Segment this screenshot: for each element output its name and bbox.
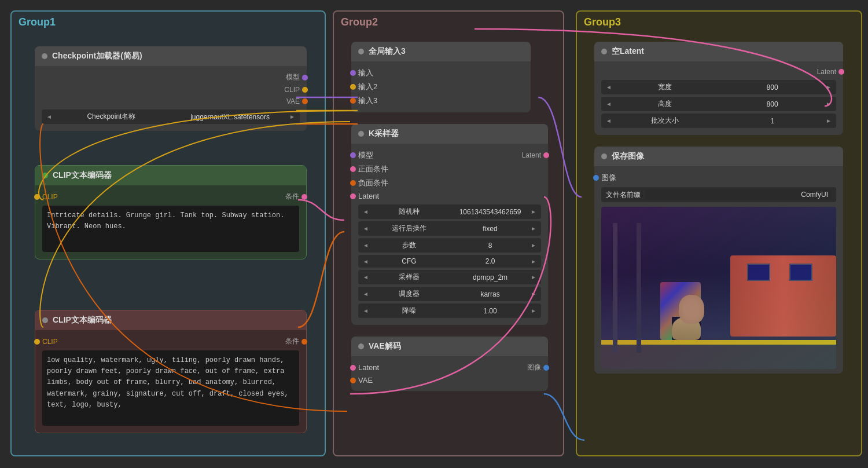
global-input-node: 全局输入3 输入 输入2 输入3 <box>351 42 531 112</box>
global-input3-label: 输入3 <box>358 96 377 106</box>
empty-latent-width-next[interactable]: ► <box>826 84 832 90</box>
ksampler-scheduler-row[interactable]: ◄ 调度器 karras ► <box>358 287 541 301</box>
ksampler-neg-port[interactable] <box>350 180 356 186</box>
ksampler-cfg-prev[interactable]: ◄ <box>363 258 369 265</box>
checkpoint-vae-port[interactable] <box>302 98 308 104</box>
empty-latent-batch-prev[interactable]: ◄ <box>606 118 612 124</box>
clip-negative-output-port[interactable] <box>301 339 307 345</box>
ksampler-denoise-value: 1.00 <box>450 307 531 315</box>
clip-negative-clip-label: CLIP <box>42 338 58 346</box>
save-image-node: 保存图像 图像 文件名前缀 ComfyUI <box>594 147 843 374</box>
global-input-status-dot <box>358 49 364 54</box>
ksampler-steps-label: 步数 <box>369 240 450 250</box>
ksampler-seed-value: 1061343543462659 <box>450 208 531 216</box>
ksampler-scheduler-label: 调度器 <box>369 289 450 299</box>
ksampler-denoise-after-row[interactable]: ◄ 运行后操作 fixed ► <box>358 221 541 236</box>
empty-latent-latent-label: Latent <box>817 68 836 76</box>
vae-decode-latent-port[interactable] <box>350 365 356 371</box>
empty-latent-batch-row[interactable]: ◄ 批次大小 1 ► <box>601 114 836 128</box>
vae-decode-status-dot <box>358 343 364 349</box>
ksampler-steps-prev[interactable]: ◄ <box>363 242 369 248</box>
empty-latent-width-row[interactable]: ◄ 宽度 800 ► <box>601 80 836 94</box>
checkpoint-body: 模型 CLIP VAE ◄ Checkpoint名称 juggernautXL.… <box>35 66 307 131</box>
clip-positive-body: CLIP 条件 Intricate details. Grunge girl. … <box>35 185 306 259</box>
clip-negative-text[interactable]: low quality, watermark, ugly, tiling, po… <box>42 350 299 426</box>
clip-negative-body: CLIP 条件 low quality, watermark, ugly, ti… <box>35 330 306 433</box>
ksampler-steps-row[interactable]: ◄ 步数 8 ► <box>358 238 541 253</box>
ksampler-seed-prev[interactable]: ◄ <box>363 209 369 215</box>
ksampler-denoise-prev[interactable]: ◄ <box>363 308 369 314</box>
ksampler-scheduler-next[interactable]: ► <box>531 291 536 297</box>
checkpoint-model-port[interactable] <box>302 75 308 81</box>
clip-positive-text[interactable]: Intricate details. Grunge girl. Tank top… <box>42 206 299 252</box>
global-input1-port[interactable] <box>350 70 356 76</box>
ksampler-latent-out-label: Latent <box>522 151 541 159</box>
save-image-input-row: 图像 <box>601 171 836 185</box>
empty-latent-height-next[interactable]: ► <box>826 101 832 107</box>
clip-positive-clip-label: CLIP <box>42 193 58 201</box>
checkpoint-clip-right: CLIP <box>284 86 300 94</box>
clip-negative-node: CLIP文本编码器 CLIP 条件 low quality, watermark… <box>35 310 307 433</box>
empty-latent-height-row[interactable]: ◄ 高度 800 ► <box>601 97 836 111</box>
ksampler-latent-out-port[interactable] <box>543 152 549 158</box>
ksampler-seed-row[interactable]: ◄ 随机种 1061343543462659 ► <box>358 204 541 219</box>
ksampler-denoise-row[interactable]: ◄ 降噪 1.00 ► <box>358 304 541 318</box>
girl-head <box>679 295 704 324</box>
clip-positive-header: CLIP文本编码器 <box>35 166 306 185</box>
ksampler-steps-next[interactable]: ► <box>531 242 536 248</box>
global-input1-label: 输入 <box>358 68 373 78</box>
ksampler-latent-in-port[interactable] <box>350 193 356 199</box>
empty-latent-out-port[interactable] <box>838 69 844 75</box>
empty-latent-right: Latent <box>601 66 836 78</box>
ksampler-body: 模型 Latent 正面条件 负面条件 Latent <box>351 144 548 325</box>
ksampler-pos-label: 正面条件 <box>358 164 388 174</box>
empty-latent-batch-next[interactable]: ► <box>826 118 832 124</box>
global-input2-port[interactable] <box>350 84 356 90</box>
ksampler-model-port[interactable] <box>350 152 356 158</box>
clip-negative-header: CLIP文本编码器 <box>35 310 306 330</box>
clip-positive-input-port[interactable] <box>34 194 40 200</box>
checkpoint-node: Checkpoint加载器(简易) 模型 CLIP VAE <box>35 46 307 131</box>
global-input-header: 全局输入3 <box>351 42 531 61</box>
clip-negative-input-port[interactable] <box>34 339 40 345</box>
empty-latent-node: 空Latent Latent ◄ 宽度 800 ► ◄ 高度 800 ► <box>594 42 843 135</box>
vae-decode-node: VAE解码 Latent 图像 VAE <box>351 337 548 391</box>
checkpoint-next-arrow[interactable]: ► <box>289 114 295 120</box>
ksampler-scheduler-prev[interactable]: ◄ <box>363 291 369 297</box>
empty-latent-width-prev[interactable]: ◄ <box>606 84 612 90</box>
checkpoint-clip-port[interactable] <box>302 87 308 93</box>
ksampler-sampler-row[interactable]: ◄ 采样器 dpmpp_2m ► <box>358 270 541 284</box>
checkpoint-prev-arrow[interactable]: ◄ <box>46 114 52 120</box>
ksampler-cfg-row[interactable]: ◄ CFG 2.0 ► <box>358 255 541 268</box>
clip-positive-output-port[interactable] <box>301 194 307 200</box>
ksampler-status-dot <box>358 131 364 137</box>
ksampler-latent-in-row: Latent <box>358 190 541 202</box>
empty-latent-title: 空Latent <box>612 46 644 57</box>
global-input-title: 全局输入3 <box>369 46 406 57</box>
save-image-prefix-value[interactable]: ComfyUI <box>645 189 832 200</box>
checkpoint-title: Checkpoint加载器(简易) <box>52 51 142 61</box>
empty-latent-height-prev[interactable]: ◄ <box>606 101 612 107</box>
clip-negative-status-dot <box>42 317 48 323</box>
ksampler-sampler-next[interactable]: ► <box>531 274 536 280</box>
vae-decode-latent-label: Latent <box>358 363 379 372</box>
ksampler-cfg-next[interactable]: ► <box>531 258 536 265</box>
checkpoint-name-select[interactable]: ◄ Checkpoint名称 juggernautXL.safetensors … <box>42 109 300 124</box>
ksampler-node: K采样器 模型 Latent 正面条件 负面条件 <box>351 124 548 325</box>
ksampler-sampler-prev[interactable]: ◄ <box>363 274 369 280</box>
ksampler-steps-value: 8 <box>450 242 531 250</box>
vae-decode-image-out-port[interactable] <box>543 365 549 371</box>
save-image-input-port[interactable] <box>593 175 599 181</box>
subway-column2 <box>637 223 641 353</box>
ksampler-seed-label: 随机种 <box>369 207 450 217</box>
global-input3-port[interactable] <box>350 98 356 104</box>
ksampler-seed-next[interactable]: ► <box>531 209 536 215</box>
ksampler-denoise-after-prev[interactable]: ◄ <box>363 225 369 232</box>
checkpoint-model-row: 模型 <box>42 71 300 84</box>
ksampler-denoise-next[interactable]: ► <box>531 308 536 314</box>
ksampler-pos-port[interactable] <box>350 166 356 172</box>
group1-label: Group1 <box>12 12 325 33</box>
vae-decode-vae-port[interactable] <box>350 378 356 383</box>
ksampler-denoise-after-next[interactable]: ► <box>531 225 536 232</box>
save-image-prefix-row[interactable]: 文件名前缀 ComfyUI <box>601 187 836 202</box>
